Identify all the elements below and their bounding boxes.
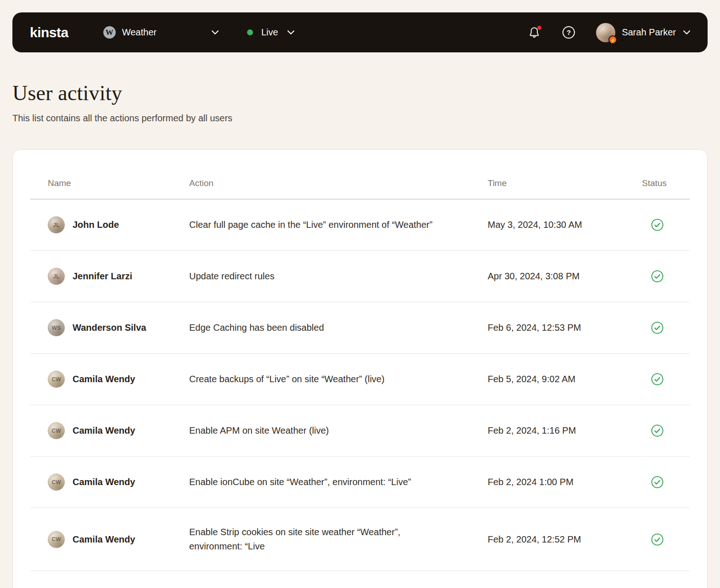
column-header-name: Name	[30, 178, 189, 188]
success-check-icon	[651, 373, 664, 386]
notifications-button[interactable]	[528, 26, 540, 39]
live-status-dot	[247, 29, 253, 35]
column-header-time: Time	[488, 178, 642, 188]
status-cell	[642, 475, 690, 489]
wordpress-icon: W	[103, 26, 116, 39]
name-cell: CW Camila Wendy	[30, 474, 189, 491]
time-text: May 3, 2024, 10:30 AM	[488, 220, 642, 230]
action-text: Enable Strip cookies on site site weathe…	[189, 525, 488, 554]
time-text: Feb 6, 2024, 12:53 PM	[488, 322, 642, 333]
action-text: Create backups of “Live” on site “Weathe…	[189, 372, 488, 386]
time-text: Feb 2, 2024, 1:16 PM	[488, 425, 642, 436]
table-row: CW Camila Wendy Create backups of “Live”…	[30, 354, 690, 405]
user-avatar: CW	[48, 371, 65, 388]
table-row: WS Wanderson Silva Edge Caching has been…	[30, 302, 690, 354]
status-cell	[642, 424, 690, 437]
column-header-status: Status	[642, 178, 690, 188]
column-header-action: Action	[189, 178, 488, 188]
lightning-badge-icon: ⚡	[608, 35, 617, 44]
chevron-down-icon	[212, 30, 219, 34]
table-header: Name Action Time Status	[30, 150, 690, 199]
user-avatar: CW	[48, 531, 65, 548]
user-name: John Lode	[73, 220, 119, 230]
chevron-down-icon	[287, 30, 294, 34]
success-check-icon	[651, 270, 664, 283]
user-avatar: CW	[48, 422, 65, 439]
name-cell: JL Jennifer Larzi	[30, 268, 189, 285]
action-text: Clear full page cache in the “Live” envi…	[189, 218, 488, 232]
action-text: Enable APM on site Weather (live)	[189, 424, 488, 438]
status-cell	[642, 533, 690, 546]
help-button[interactable]: ?	[562, 26, 575, 39]
time-text: Apr 30, 2024, 3:08 PM	[488, 271, 642, 282]
environment-selector-label: Live	[261, 27, 278, 38]
action-text: Enable ionCube on site “Weather”, enviro…	[189, 475, 488, 489]
user-name: Camila Wendy	[73, 374, 135, 384]
time-text: Feb 2, 2024, 12:52 PM	[488, 534, 642, 545]
action-text: Edge Caching has been disabled	[189, 321, 488, 335]
user-avatar: CW	[48, 474, 65, 491]
user-menu-name: Sarah Parker	[622, 27, 676, 38]
status-cell	[642, 373, 690, 386]
user-name: Camila Wendy	[73, 477, 135, 487]
success-check-icon	[651, 321, 664, 334]
name-cell: CW Camila Wendy	[30, 531, 189, 548]
name-cell: CW Camila Wendy	[30, 371, 189, 388]
top-navbar: kinsta W Weather Live ? ⚡ Sarah Parker	[12, 12, 708, 52]
user-name: Camila Wendy	[73, 425, 135, 436]
site-selector[interactable]: W Weather	[103, 26, 219, 39]
success-check-icon	[651, 533, 664, 546]
status-cell	[642, 218, 690, 232]
page-content: User activity This list contains all the…	[0, 81, 720, 588]
success-check-icon	[651, 475, 664, 489]
success-check-icon	[651, 424, 664, 437]
table-row: JL John Lode Clear full page cache in th…	[30, 199, 690, 251]
action-text: Update redirect rules	[189, 269, 488, 283]
question-mark-icon: ?	[567, 28, 571, 36]
user-avatar: JL	[48, 216, 65, 233]
user-name: Wanderson Silva	[73, 322, 146, 333]
page-title: User activity	[12, 81, 708, 105]
user-menu[interactable]: ⚡ Sarah Parker	[596, 23, 690, 42]
name-cell: JL John Lode	[30, 216, 189, 233]
chevron-down-icon	[683, 30, 690, 34]
unread-notification-dot	[537, 26, 541, 30]
status-cell	[642, 321, 690, 334]
time-text: Feb 5, 2024, 9:02 AM	[488, 374, 642, 384]
status-cell	[642, 270, 690, 283]
table-row: CW Camila Wendy Enable Strip cookies on …	[30, 508, 690, 571]
user-avatar: ⚡	[596, 23, 615, 42]
user-name: Jennifer Larzi	[73, 271, 132, 282]
user-avatar: JL	[48, 268, 65, 285]
user-activity-card: Name Action Time Status JL John Lode Cle…	[12, 149, 708, 588]
name-cell: CW Camila Wendy	[30, 422, 189, 439]
table-row: CW Camila Wendy Enable ionCube on site “…	[30, 457, 690, 508]
site-selector-label: Weather	[122, 27, 157, 38]
user-name: Camila Wendy	[73, 534, 135, 545]
table-row: JL Jennifer Larzi Update redirect rules …	[30, 251, 690, 302]
environment-selector[interactable]: Live	[247, 27, 294, 38]
name-cell: WS Wanderson Silva	[30, 319, 189, 336]
kinsta-logo[interactable]: kinsta	[30, 25, 68, 40]
page-subtitle: This list contains all the actions perfo…	[12, 113, 708, 124]
success-check-icon	[651, 218, 664, 232]
user-avatar: WS	[48, 319, 65, 336]
table-body: JL John Lode Clear full page cache in th…	[13, 199, 707, 571]
table-row: CW Camila Wendy Enable APM on site Weath…	[30, 405, 690, 457]
time-text: Feb 2, 2024 1:00 PM	[488, 477, 642, 487]
